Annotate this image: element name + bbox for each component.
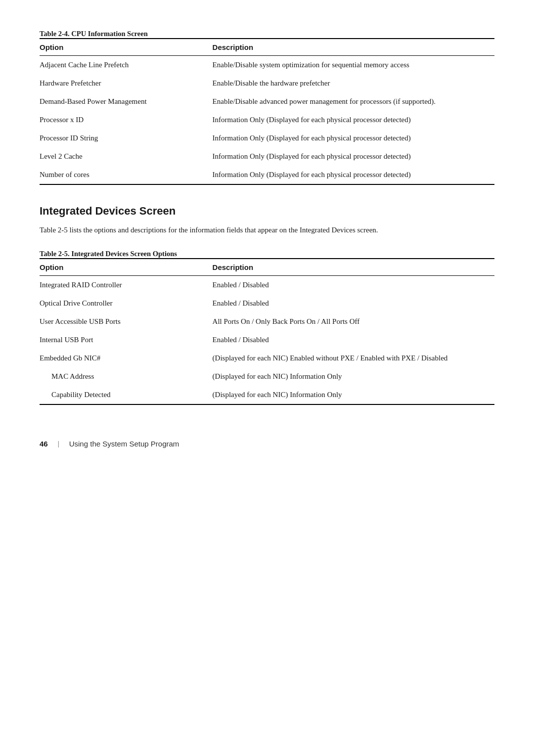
table-row: Capability Detected(Displayed for each N… — [40, 386, 494, 404]
description-cell: Enabled / Disabled — [213, 294, 494, 312]
table-row: Internal USB PortEnabled / Disabled — [40, 331, 494, 349]
table-row: Optical Drive ControllerEnabled / Disabl… — [40, 294, 494, 312]
option-cell: Adjacent Cache Line Prefetch — [40, 56, 213, 75]
table1-col1-header: Option — [40, 39, 213, 56]
table2-col1-header: Option — [40, 259, 213, 276]
option-cell: Capability Detected — [40, 386, 213, 404]
cpu-info-table: Option Description Adjacent Cache Line P… — [40, 38, 494, 185]
table2-col2-header: Description — [213, 259, 494, 276]
table-row: Number of coresInformation Only (Display… — [40, 166, 494, 184]
description-cell: Enabled / Disabled — [213, 275, 494, 294]
description-cell: Information Only (Displayed for each phy… — [213, 111, 494, 129]
table-row: Processor x IDInformation Only (Displaye… — [40, 111, 494, 129]
description-cell: (Displayed for each NIC) Information Onl… — [213, 386, 494, 404]
table2-title: Table 2-5. Integrated Devices Screen Opt… — [40, 250, 494, 258]
integrated-devices-table: Option Description Integrated RAID Contr… — [40, 258, 494, 405]
page-footer: 46 | Using the System Setup Program — [40, 435, 494, 448]
option-cell: Internal USB Port — [40, 331, 213, 349]
description-cell: Information Only (Displayed for each phy… — [213, 129, 494, 147]
option-cell: Processor ID String — [40, 129, 213, 147]
table1-title: Table 2-4. CPU Information Screen — [40, 30, 494, 38]
footer-divider: | — [58, 440, 59, 448]
option-cell: Demand-Based Power Management — [40, 92, 213, 111]
description-cell: Information Only (Displayed for each phy… — [213, 147, 494, 166]
option-cell: MAC Address — [40, 367, 213, 386]
table-row: MAC Address(Displayed for each NIC) Info… — [40, 367, 494, 386]
option-cell: Embedded Gb NIC# — [40, 349, 213, 367]
description-cell: Information Only (Displayed for each phy… — [213, 166, 494, 184]
footer-text: Using the System Setup Program — [69, 440, 179, 448]
option-cell: Hardware Prefetcher — [40, 74, 213, 92]
table1-col2-header: Description — [213, 39, 494, 56]
table-row: Adjacent Cache Line PrefetchEnable/Disab… — [40, 56, 494, 75]
table-row: Embedded Gb NIC#(Displayed for each NIC)… — [40, 349, 494, 367]
option-cell: Integrated RAID Controller — [40, 275, 213, 294]
table-row: User Accessible USB PortsAll Ports On / … — [40, 312, 494, 331]
option-cell: Number of cores — [40, 166, 213, 184]
integrated-devices-heading: Integrated Devices Screen — [40, 205, 494, 218]
option-cell: User Accessible USB Ports — [40, 312, 213, 331]
description-cell: Enable/Disable system optimization for s… — [213, 56, 494, 75]
table-row: Demand-Based Power ManagementEnable/Disa… — [40, 92, 494, 111]
table-row: Integrated RAID ControllerEnabled / Disa… — [40, 275, 494, 294]
table-row: Hardware PrefetcherEnable/Disable the ha… — [40, 74, 494, 92]
description-cell: Enable/Disable advanced power management… — [213, 92, 494, 111]
description-cell: (Displayed for each NIC) Enabled without… — [213, 349, 494, 367]
option-cell: Processor x ID — [40, 111, 213, 129]
table-row: Processor ID StringInformation Only (Dis… — [40, 129, 494, 147]
option-cell: Optical Drive Controller — [40, 294, 213, 312]
description-cell: Enabled / Disabled — [213, 331, 494, 349]
description-cell: Enable/Disable the hardware prefetcher — [213, 74, 494, 92]
description-cell: All Ports On / Only Back Ports On / All … — [213, 312, 494, 331]
description-cell: (Displayed for each NIC) Information Onl… — [213, 367, 494, 386]
option-cell: Level 2 Cache — [40, 147, 213, 166]
page-number: 46 — [40, 440, 48, 448]
integrated-devices-intro: Table 2-5 lists the options and descript… — [40, 224, 494, 236]
table-row: Level 2 CacheInformation Only (Displayed… — [40, 147, 494, 166]
